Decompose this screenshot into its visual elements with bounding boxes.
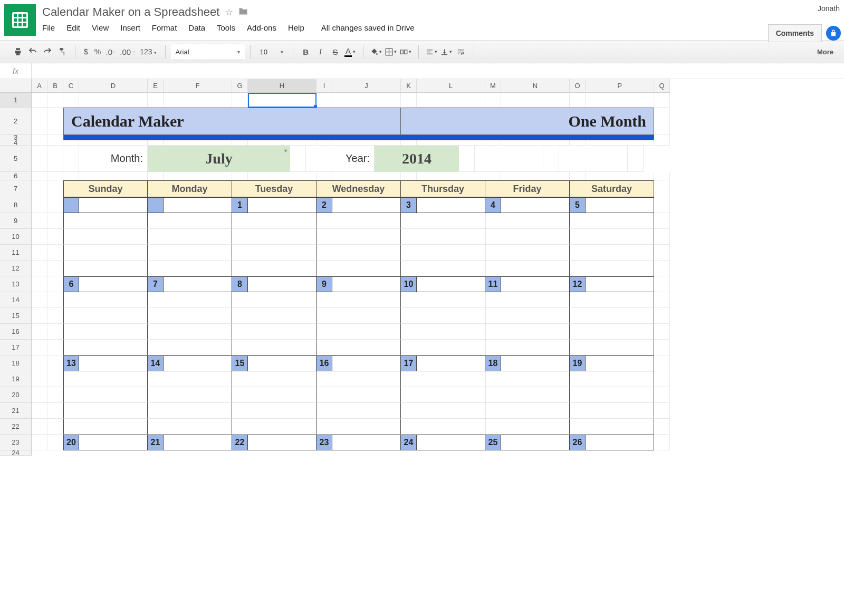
cell-J1[interactable] (332, 93, 401, 108)
note-cell-w2-d5-r4[interactable] (485, 419, 570, 435)
doc-title[interactable]: Calendar Maker on a Spreadsheet (42, 5, 219, 19)
more-toolbar-button[interactable]: More (812, 48, 839, 56)
formula-input[interactable] (32, 63, 844, 79)
folder-icon[interactable] (238, 7, 248, 18)
column-header-I[interactable]: I (316, 79, 332, 93)
cell-F4[interactable] (164, 140, 232, 146)
cell-B16[interactable] (47, 324, 63, 340)
note-cell-w0-d1-r1[interactable] (148, 213, 232, 229)
cell-I5[interactable] (290, 146, 306, 172)
date-span-w1-d0[interactable] (79, 276, 148, 292)
note-cell-w1-d3-r1[interactable] (316, 292, 401, 308)
cell-Q3[interactable] (654, 135, 670, 140)
cell-B23[interactable] (47, 435, 63, 450)
cell-O4[interactable] (570, 140, 586, 146)
note-cell-w1-d6-r3[interactable] (570, 324, 654, 340)
cell-B19[interactable] (47, 371, 63, 387)
strikethrough-button[interactable]: S (328, 44, 343, 60)
cell-D1[interactable] (79, 93, 148, 108)
cell-Q5[interactable] (628, 146, 644, 172)
note-cell-w2-d0-r3[interactable] (63, 403, 148, 419)
note-cell-w0-d0-r4[interactable] (63, 261, 148, 276)
cell-N6[interactable] (501, 172, 570, 180)
note-cell-w0-d1-r3[interactable] (148, 245, 232, 261)
day-header-tuesday[interactable]: Tuesday (232, 180, 316, 197)
date-span-w1-d3[interactable] (332, 276, 401, 292)
note-cell-w1-d0-r4[interactable] (63, 340, 148, 355)
row-number-16[interactable]: 16 (0, 324, 32, 340)
cell-N5[interactable] (475, 146, 543, 172)
date-span-w0-d6[interactable] (586, 197, 654, 213)
cell-B21[interactable] (47, 403, 63, 419)
note-cell-w1-d0-r3[interactable] (63, 324, 148, 340)
column-header-A[interactable]: A (32, 79, 47, 93)
column-header-B[interactable]: B (47, 79, 63, 93)
row-number-11[interactable]: 11 (0, 245, 32, 261)
cell-B8[interactable] (47, 197, 63, 213)
note-cell-w1-d6-r2[interactable] (570, 308, 654, 324)
cell-B3[interactable] (47, 135, 63, 140)
note-cell-w1-d5-r2[interactable] (485, 308, 570, 324)
note-cell-w0-d3-r4[interactable] (316, 261, 401, 276)
date-span-w1-d1[interactable] (164, 276, 232, 292)
horizontal-align-button[interactable]: ▾ (424, 44, 439, 60)
row-number-23[interactable]: 23 (0, 435, 32, 450)
date-cell-w3-d0[interactable]: 20 (63, 435, 79, 450)
cell-C4[interactable] (63, 140, 79, 146)
note-cell-w1-d4-r1[interactable] (401, 292, 485, 308)
note-cell-w0-d3-r3[interactable] (316, 245, 401, 261)
date-cell-w2-d2[interactable]: 15 (232, 355, 248, 371)
cell-F6[interactable] (164, 172, 232, 180)
note-cell-w2-d0-r2[interactable] (63, 387, 148, 403)
date-cell-w1-d6[interactable]: 12 (570, 276, 586, 292)
note-cell-w2-d5-r2[interactable] (485, 387, 570, 403)
date-cell-w0-d5[interactable]: 4 (485, 197, 501, 213)
cell-B10[interactable] (47, 229, 63, 245)
note-cell-w2-d4-r1[interactable] (401, 371, 485, 387)
sheets-logo[interactable] (4, 4, 36, 36)
note-cell-w1-d2-r1[interactable] (232, 292, 316, 308)
cell-B9[interactable] (47, 213, 63, 229)
cell-A17[interactable] (32, 340, 47, 355)
date-span-w1-d2[interactable] (248, 276, 316, 292)
row-number-8[interactable]: 8 (0, 197, 32, 213)
cell-Q21[interactable] (654, 403, 670, 419)
cell-C1[interactable] (63, 93, 79, 108)
cell-C6[interactable] (63, 172, 79, 180)
menu-data[interactable]: Data (188, 23, 205, 32)
note-cell-w2-d1-r3[interactable] (148, 403, 232, 419)
menu-help[interactable]: Help (288, 23, 304, 32)
row-number-21[interactable]: 21 (0, 403, 32, 419)
cell-Q12[interactable] (654, 261, 670, 276)
note-cell-w1-d2-r4[interactable] (232, 340, 316, 355)
note-cell-w2-d4-r3[interactable] (401, 403, 485, 419)
decrease-decimal-button[interactable]: .0← (104, 44, 119, 60)
note-cell-w2-d2-r3[interactable] (232, 403, 316, 419)
date-span-w3-d4[interactable] (417, 435, 485, 450)
cell-E4[interactable] (148, 140, 164, 146)
row-number-20[interactable]: 20 (0, 387, 32, 403)
cell-H1[interactable] (248, 93, 316, 108)
menu-file[interactable]: File (42, 23, 55, 32)
note-cell-w2-d3-r4[interactable] (316, 419, 401, 435)
note-cell-w1-d3-r3[interactable] (316, 324, 401, 340)
text-color-button[interactable]: A▾ (343, 44, 358, 60)
note-cell-w0-d0-r1[interactable] (63, 213, 148, 229)
calendar-title-right[interactable]: One Month (401, 108, 654, 135)
date-cell-w1-d3[interactable]: 9 (316, 276, 332, 292)
currency-button[interactable]: $ (81, 47, 91, 56)
column-header-G[interactable]: G (232, 79, 248, 93)
date-span-w1-d4[interactable] (417, 276, 485, 292)
cell-L4[interactable] (417, 140, 485, 146)
column-header-E[interactable]: E (148, 79, 164, 93)
row-number-1[interactable]: 1 (0, 93, 32, 108)
note-cell-w2-d1-r4[interactable] (148, 419, 232, 435)
date-cell-w1-d4[interactable]: 10 (401, 276, 417, 292)
cell-B15[interactable] (47, 308, 63, 324)
row-number-2[interactable]: 2 (0, 108, 32, 135)
date-cell-w0-d6[interactable]: 5 (570, 197, 586, 213)
day-header-wednesday[interactable]: Wednesday (316, 180, 401, 197)
date-cell-w2-d4[interactable]: 17 (401, 355, 417, 371)
cell-P1[interactable] (586, 93, 654, 108)
note-cell-w1-d2-r3[interactable] (232, 324, 316, 340)
